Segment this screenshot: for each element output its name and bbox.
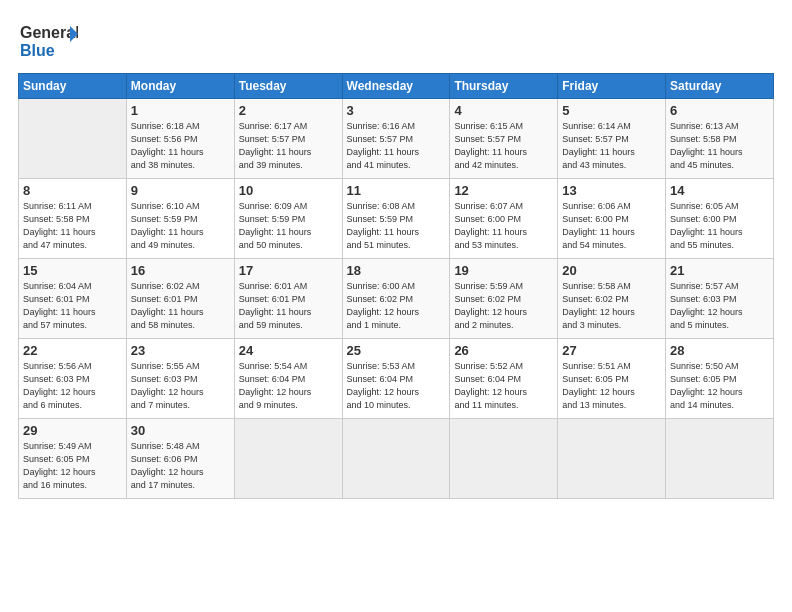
day-number: 27 bbox=[562, 343, 661, 358]
day-number: 8 bbox=[23, 183, 122, 198]
day-number: 4 bbox=[454, 103, 553, 118]
calendar-cell: 24Sunrise: 5:54 AM Sunset: 6:04 PM Dayli… bbox=[234, 339, 342, 419]
calendar-cell: 2Sunrise: 6:17 AM Sunset: 5:57 PM Daylig… bbox=[234, 99, 342, 179]
day-number: 18 bbox=[347, 263, 446, 278]
day-header-tuesday: Tuesday bbox=[234, 74, 342, 99]
day-info: Sunrise: 5:49 AM Sunset: 6:05 PM Dayligh… bbox=[23, 440, 122, 492]
day-info: Sunrise: 5:48 AM Sunset: 6:06 PM Dayligh… bbox=[131, 440, 230, 492]
day-info: Sunrise: 6:06 AM Sunset: 6:00 PM Dayligh… bbox=[562, 200, 661, 252]
calendar-cell bbox=[558, 419, 666, 499]
logo-icon: General Blue bbox=[18, 18, 78, 63]
calendar-week-row: 1Sunrise: 6:18 AM Sunset: 5:56 PM Daylig… bbox=[19, 99, 774, 179]
day-number: 25 bbox=[347, 343, 446, 358]
day-info: Sunrise: 6:11 AM Sunset: 5:58 PM Dayligh… bbox=[23, 200, 122, 252]
day-info: Sunrise: 5:59 AM Sunset: 6:02 PM Dayligh… bbox=[454, 280, 553, 332]
calendar-cell bbox=[342, 419, 450, 499]
calendar-cell: 8Sunrise: 6:11 AM Sunset: 5:58 PM Daylig… bbox=[19, 179, 127, 259]
calendar-cell: 12Sunrise: 6:07 AM Sunset: 6:00 PM Dayli… bbox=[450, 179, 558, 259]
day-info: Sunrise: 6:16 AM Sunset: 5:57 PM Dayligh… bbox=[347, 120, 446, 172]
day-number: 22 bbox=[23, 343, 122, 358]
calendar-cell: 23Sunrise: 5:55 AM Sunset: 6:03 PM Dayli… bbox=[126, 339, 234, 419]
day-info: Sunrise: 5:58 AM Sunset: 6:02 PM Dayligh… bbox=[562, 280, 661, 332]
page: General Blue SundayMondayTuesdayWednesda… bbox=[0, 0, 792, 612]
day-number: 15 bbox=[23, 263, 122, 278]
calendar-cell: 4Sunrise: 6:15 AM Sunset: 5:57 PM Daylig… bbox=[450, 99, 558, 179]
day-number: 17 bbox=[239, 263, 338, 278]
day-number: 21 bbox=[670, 263, 769, 278]
svg-text:Blue: Blue bbox=[20, 42, 55, 59]
calendar-cell: 19Sunrise: 5:59 AM Sunset: 6:02 PM Dayli… bbox=[450, 259, 558, 339]
day-number: 1 bbox=[131, 103, 230, 118]
day-number: 12 bbox=[454, 183, 553, 198]
day-number: 3 bbox=[347, 103, 446, 118]
day-info: Sunrise: 6:15 AM Sunset: 5:57 PM Dayligh… bbox=[454, 120, 553, 172]
calendar-cell: 10Sunrise: 6:09 AM Sunset: 5:59 PM Dayli… bbox=[234, 179, 342, 259]
calendar-cell: 16Sunrise: 6:02 AM Sunset: 6:01 PM Dayli… bbox=[126, 259, 234, 339]
calendar-cell bbox=[450, 419, 558, 499]
calendar-cell bbox=[234, 419, 342, 499]
day-number: 5 bbox=[562, 103, 661, 118]
svg-text:General: General bbox=[20, 24, 78, 41]
day-number: 28 bbox=[670, 343, 769, 358]
calendar-cell: 11Sunrise: 6:08 AM Sunset: 5:59 PM Dayli… bbox=[342, 179, 450, 259]
calendar-cell: 14Sunrise: 6:05 AM Sunset: 6:00 PM Dayli… bbox=[666, 179, 774, 259]
calendar-week-row: 29Sunrise: 5:49 AM Sunset: 6:05 PM Dayli… bbox=[19, 419, 774, 499]
calendar-week-row: 22Sunrise: 5:56 AM Sunset: 6:03 PM Dayli… bbox=[19, 339, 774, 419]
day-info: Sunrise: 5:56 AM Sunset: 6:03 PM Dayligh… bbox=[23, 360, 122, 412]
day-info: Sunrise: 6:04 AM Sunset: 6:01 PM Dayligh… bbox=[23, 280, 122, 332]
day-number: 20 bbox=[562, 263, 661, 278]
day-number: 14 bbox=[670, 183, 769, 198]
calendar-cell: 27Sunrise: 5:51 AM Sunset: 6:05 PM Dayli… bbox=[558, 339, 666, 419]
day-number: 23 bbox=[131, 343, 230, 358]
day-header-friday: Friday bbox=[558, 74, 666, 99]
calendar-table: SundayMondayTuesdayWednesdayThursdayFrid… bbox=[18, 73, 774, 499]
calendar-cell: 25Sunrise: 5:53 AM Sunset: 6:04 PM Dayli… bbox=[342, 339, 450, 419]
day-number: 26 bbox=[454, 343, 553, 358]
day-number: 30 bbox=[131, 423, 230, 438]
day-info: Sunrise: 6:08 AM Sunset: 5:59 PM Dayligh… bbox=[347, 200, 446, 252]
day-info: Sunrise: 6:01 AM Sunset: 6:01 PM Dayligh… bbox=[239, 280, 338, 332]
calendar-week-row: 8Sunrise: 6:11 AM Sunset: 5:58 PM Daylig… bbox=[19, 179, 774, 259]
calendar-cell: 3Sunrise: 6:16 AM Sunset: 5:57 PM Daylig… bbox=[342, 99, 450, 179]
day-info: Sunrise: 6:05 AM Sunset: 6:00 PM Dayligh… bbox=[670, 200, 769, 252]
calendar-cell: 6Sunrise: 6:13 AM Sunset: 5:58 PM Daylig… bbox=[666, 99, 774, 179]
day-header-monday: Monday bbox=[126, 74, 234, 99]
calendar-cell: 22Sunrise: 5:56 AM Sunset: 6:03 PM Dayli… bbox=[19, 339, 127, 419]
calendar-cell: 1Sunrise: 6:18 AM Sunset: 5:56 PM Daylig… bbox=[126, 99, 234, 179]
day-info: Sunrise: 6:09 AM Sunset: 5:59 PM Dayligh… bbox=[239, 200, 338, 252]
day-number: 11 bbox=[347, 183, 446, 198]
calendar-cell: 28Sunrise: 5:50 AM Sunset: 6:05 PM Dayli… bbox=[666, 339, 774, 419]
calendar-week-row: 15Sunrise: 6:04 AM Sunset: 6:01 PM Dayli… bbox=[19, 259, 774, 339]
day-header-sunday: Sunday bbox=[19, 74, 127, 99]
day-info: Sunrise: 6:00 AM Sunset: 6:02 PM Dayligh… bbox=[347, 280, 446, 332]
day-info: Sunrise: 6:14 AM Sunset: 5:57 PM Dayligh… bbox=[562, 120, 661, 172]
logo: General Blue bbox=[18, 18, 80, 63]
day-number: 16 bbox=[131, 263, 230, 278]
calendar-cell: 20Sunrise: 5:58 AM Sunset: 6:02 PM Dayli… bbox=[558, 259, 666, 339]
day-info: Sunrise: 5:57 AM Sunset: 6:03 PM Dayligh… bbox=[670, 280, 769, 332]
calendar-cell bbox=[666, 419, 774, 499]
calendar-header-row: SundayMondayTuesdayWednesdayThursdayFrid… bbox=[19, 74, 774, 99]
day-number: 6 bbox=[670, 103, 769, 118]
calendar-cell: 5Sunrise: 6:14 AM Sunset: 5:57 PM Daylig… bbox=[558, 99, 666, 179]
calendar-cell: 21Sunrise: 5:57 AM Sunset: 6:03 PM Dayli… bbox=[666, 259, 774, 339]
header: General Blue bbox=[18, 18, 774, 63]
calendar-cell bbox=[19, 99, 127, 179]
calendar-cell: 18Sunrise: 6:00 AM Sunset: 6:02 PM Dayli… bbox=[342, 259, 450, 339]
day-number: 2 bbox=[239, 103, 338, 118]
day-header-thursday: Thursday bbox=[450, 74, 558, 99]
day-number: 24 bbox=[239, 343, 338, 358]
day-number: 29 bbox=[23, 423, 122, 438]
day-number: 10 bbox=[239, 183, 338, 198]
calendar-cell: 13Sunrise: 6:06 AM Sunset: 6:00 PM Dayli… bbox=[558, 179, 666, 259]
day-info: Sunrise: 5:55 AM Sunset: 6:03 PM Dayligh… bbox=[131, 360, 230, 412]
calendar-cell: 29Sunrise: 5:49 AM Sunset: 6:05 PM Dayli… bbox=[19, 419, 127, 499]
day-number: 9 bbox=[131, 183, 230, 198]
day-info: Sunrise: 5:52 AM Sunset: 6:04 PM Dayligh… bbox=[454, 360, 553, 412]
day-info: Sunrise: 6:10 AM Sunset: 5:59 PM Dayligh… bbox=[131, 200, 230, 252]
calendar-cell: 15Sunrise: 6:04 AM Sunset: 6:01 PM Dayli… bbox=[19, 259, 127, 339]
calendar-cell: 9Sunrise: 6:10 AM Sunset: 5:59 PM Daylig… bbox=[126, 179, 234, 259]
day-header-saturday: Saturday bbox=[666, 74, 774, 99]
day-number: 13 bbox=[562, 183, 661, 198]
day-info: Sunrise: 5:50 AM Sunset: 6:05 PM Dayligh… bbox=[670, 360, 769, 412]
